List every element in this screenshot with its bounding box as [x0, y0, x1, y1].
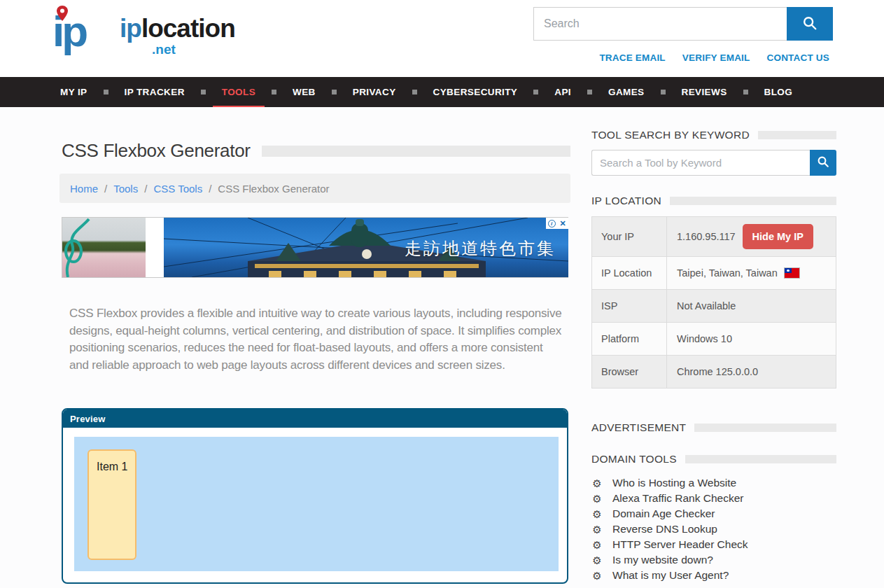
logo-wordmark: iplocation: [120, 15, 235, 41]
nav-item-cybersecurity[interactable]: CYBERSECURITY: [424, 77, 527, 107]
nav-item-reviews[interactable]: REVIEWS: [673, 77, 736, 107]
nav-item-privacy[interactable]: PRIVACY: [344, 77, 405, 107]
logo-net: .net: [152, 42, 176, 57]
gear-icon: ⚙: [591, 509, 603, 519]
ad-badges: i ✕: [546, 218, 568, 229]
domain-tool-user-agent[interactable]: ⚙ What is my User Agent?: [591, 568, 836, 583]
nav-separator-icon: [332, 90, 337, 94]
breadcrumb-separator: /: [104, 183, 107, 195]
nav-item-games[interactable]: GAMES: [599, 77, 654, 107]
domain-tool-domain-age[interactable]: ⚙ Domain Age Checker: [591, 506, 836, 522]
ad-left-image: [62, 218, 146, 277]
ip-location-value: Taipei, Taiwan, Taiwan: [677, 267, 778, 279]
gear-icon: ⚙: [591, 570, 603, 581]
breadcrumb-css-tools[interactable]: CSS Tools: [153, 183, 202, 195]
search-icon: [802, 15, 818, 33]
logo-word-location: location: [141, 14, 235, 43]
location-pin-icon: [57, 6, 68, 24]
gear-icon: ⚙: [591, 555, 603, 566]
breadcrumb: Home / Tools / CSS Tools / CSS Flexbox G…: [59, 174, 570, 203]
domain-tool-http-header[interactable]: ⚙ HTTP Server Header Check: [591, 537, 836, 552]
nav-separator-icon: [272, 90, 276, 94]
row-value: Taipei, Taiwan, Taiwan: [667, 267, 836, 279]
row-value: 1.160.95.117 Hide My IP: [667, 224, 836, 249]
nav-separator-icon: [587, 90, 592, 94]
nav-item-blog[interactable]: BLOG: [755, 77, 802, 107]
preview-body: Item 1: [63, 428, 567, 582]
header-links: TRACE EMAIL VERIFY EMAIL CONTACT US: [599, 52, 829, 63]
nav-separator-icon: [104, 90, 108, 94]
nav-item-web[interactable]: WEB: [283, 77, 325, 107]
tool-search: [591, 150, 836, 176]
nav-separator-icon: [743, 90, 748, 94]
row-label: Your IP: [592, 217, 667, 256]
row-value: Windows 10: [667, 333, 836, 344]
nav-item-my-ip[interactable]: MY IP: [51, 77, 97, 107]
ad-caption: 走訪地道特色市集: [405, 237, 556, 260]
taiwan-flag-icon: [785, 268, 799, 278]
contact-us-link[interactable]: CONTACT US: [767, 52, 830, 63]
site-logo[interactable]: ip iplocation .net: [52, 6, 220, 60]
hide-my-ip-button[interactable]: Hide My IP: [743, 224, 813, 249]
domain-tool-website-down[interactable]: ⚙ Is my website down?: [591, 552, 836, 568]
domain-tool-hosting[interactable]: ⚙ Who is Hosting a Website: [591, 475, 836, 491]
tool-search-button[interactable]: [810, 150, 836, 176]
row-label: Browser: [592, 356, 667, 388]
ip-info-table: Your IP 1.160.95.117 Hide My IP IP Locat…: [591, 216, 836, 388]
domain-tool-reverse-dns[interactable]: ⚙ Reverse DNS Lookup: [591, 522, 836, 537]
isp-value: Not Available: [677, 300, 736, 312]
domain-tool-alexa-rank[interactable]: ⚙ Alexa Traffic Rank Checker: [591, 491, 836, 506]
ad-banner[interactable]: 走訪地道特色市集 i ✕: [62, 217, 568, 278]
preview-header: Preview: [63, 410, 567, 428]
nav-item-tools[interactable]: TOOLS: [213, 77, 265, 107]
breadcrumb-current: CSS Flexbox Generator: [218, 183, 329, 195]
heading-decoration-bar: [758, 131, 836, 139]
ad-right-image: 走訪地道特色市集 i ✕: [164, 218, 568, 277]
platform-value: Windows 10: [677, 333, 732, 344]
tool-description: CSS Flexbox provides a flexible and intu…: [69, 305, 563, 374]
browser-value: Chrome 125.0.0.0: [677, 366, 758, 377]
flex-item-1[interactable]: Item 1: [87, 449, 136, 560]
nav-separator-icon: [412, 90, 417, 94]
row-value: Chrome 125.0.0.0: [667, 366, 836, 377]
table-row-ip-location: IP Location Taipei, Taiwan, Taiwan: [592, 257, 836, 290]
gear-icon: ⚙: [591, 524, 603, 535]
ad-close-icon[interactable]: ✕: [557, 218, 568, 229]
row-value: Not Available: [667, 300, 836, 312]
flexbox-preview-panel: Preview Item 1: [62, 408, 568, 584]
row-label: ISP: [592, 290, 667, 322]
trace-email-link[interactable]: TRACE EMAIL: [599, 52, 665, 63]
ip-address-value: 1.160.95.117: [677, 231, 736, 242]
nav-item-ip-tracker[interactable]: IP TRACKER: [115, 77, 194, 107]
page-title: CSS Flexbox Generator: [62, 140, 251, 162]
ip-location-heading-label: IP LOCATION: [591, 195, 661, 207]
breadcrumb-home[interactable]: Home: [70, 183, 98, 195]
header-search: [533, 7, 833, 41]
table-row-platform: Platform Windows 10: [592, 323, 836, 356]
breadcrumb-tools[interactable]: Tools: [113, 183, 138, 195]
breadcrumb-separator: /: [144, 183, 147, 195]
table-row-your-ip: Your IP 1.160.95.117 Hide My IP: [592, 217, 836, 257]
header-search-button[interactable]: [787, 7, 833, 41]
header-search-input[interactable]: [533, 7, 787, 41]
domain-tools-list: ⚙ Who is Hosting a Website ⚙ Alexa Traff…: [591, 475, 836, 583]
tool-search-heading: TOOL SEARCH BY KEYWORD: [591, 129, 836, 141]
tool-search-input[interactable]: [591, 150, 810, 176]
ip-location-heading: IP LOCATION: [591, 195, 836, 207]
gear-icon: ⚙: [591, 540, 603, 550]
nav-separator-icon: [201, 90, 206, 94]
site-header: ip iplocation .net TRACE EMAIL VERIFY EM…: [0, 0, 884, 77]
adchoices-info-icon[interactable]: i: [546, 218, 557, 229]
nav-separator-icon: [533, 90, 538, 94]
nav-item-api[interactable]: API: [545, 77, 580, 107]
heading-decoration-bar: [694, 424, 836, 432]
title-decoration-bar: [262, 146, 570, 157]
table-row-isp: ISP Not Available: [592, 290, 836, 323]
advertisement-heading-label: ADVERTISEMENT: [591, 421, 686, 434]
tool-search-heading-label: TOOL SEARCH BY KEYWORD: [591, 129, 750, 141]
nav-inner: MY IP IP TRACKER TOOLS WEB PRIVACY CYBER…: [51, 77, 801, 107]
advertisement-heading: ADVERTISEMENT: [591, 421, 836, 434]
heading-decoration-bar: [685, 455, 836, 463]
verify-email-link[interactable]: VERIFY EMAIL: [682, 52, 750, 63]
row-label: IP Location: [592, 257, 667, 289]
